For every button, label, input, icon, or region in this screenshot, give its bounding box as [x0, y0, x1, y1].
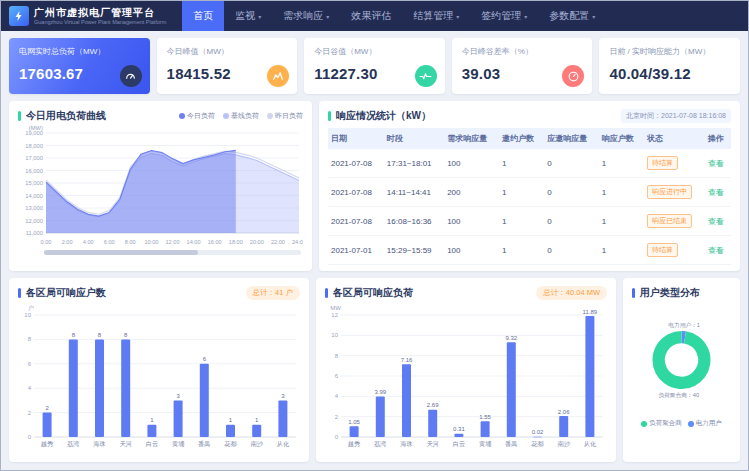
svg-text:13,000: 13,000	[25, 205, 43, 211]
svg-text:白云: 白云	[146, 440, 158, 448]
nav-item-label: 首页	[193, 9, 213, 23]
nav-item-evaluation[interactable]: 效果评估	[340, 1, 402, 31]
svg-text:11,000: 11,000	[26, 230, 43, 236]
user-type-legend: 负荷聚合商电力用户	[632, 419, 731, 428]
legend-item[interactable]: 基线负荷	[223, 111, 259, 121]
column-header: 应邀响应量	[544, 128, 599, 149]
user-type-donut-chart: 电力用户：1负荷聚合商：40	[632, 304, 731, 416]
kpi-label: 日前 / 实时响应能力（MW）	[609, 46, 730, 57]
chevron-down-icon: ▾	[592, 13, 595, 20]
table-cell: 14:11~14:41	[384, 178, 444, 207]
svg-text:0.31: 0.31	[453, 426, 465, 432]
panel-accent	[632, 288, 635, 298]
svg-text:3: 3	[176, 393, 180, 399]
load-curve-chart: 11,00012,00013,00014,00015,00016,00017,0…	[18, 123, 303, 247]
svg-text:8: 8	[335, 353, 339, 359]
svg-text:8: 8	[72, 332, 76, 338]
table-cell: 1	[499, 178, 544, 207]
svg-text:18,000: 18,000	[25, 143, 43, 149]
column-header: 日期	[328, 128, 384, 149]
chevron-down-icon: ▾	[524, 13, 527, 20]
response-stats-panel: 响应情况统计（kW） 北京时间：2021-07-08 18:16:08 日期时段…	[319, 101, 740, 271]
chevron-down-icon: ▾	[326, 13, 329, 20]
svg-text:0.02: 0.02	[532, 429, 544, 435]
svg-text:负荷聚合商：40: 负荷聚合商：40	[659, 392, 700, 398]
app-logo	[9, 6, 29, 26]
chevron-down-icon: ▾	[456, 13, 459, 20]
nav-item-settlement[interactable]: 结算管理▾	[402, 1, 470, 31]
nav-item-params[interactable]: 参数配置▾	[538, 1, 606, 31]
district-load-panel: 各区局可响应负荷 总计：40.04 MW 024681012MW1.05越秀3.…	[316, 278, 616, 462]
legend-item[interactable]: 电力用户	[688, 419, 722, 428]
table-cell: 1	[599, 149, 644, 178]
legend-item[interactable]: 负荷聚合商	[641, 419, 682, 428]
column-header: 操作	[705, 128, 731, 149]
nav-item-label: 参数配置	[549, 9, 589, 23]
svg-text:20:00: 20:00	[250, 239, 264, 245]
view-link[interactable]: 查看	[708, 246, 724, 255]
dashboard-page: 广州市虚拟电厂管理平台 Guangzhou Virtual Power Plan…	[0, 0, 749, 471]
view-link[interactable]: 查看	[708, 159, 724, 168]
table-cell: 15:29~15:59	[384, 236, 444, 265]
nav-item-monitor[interactable]: 监视▾	[224, 1, 272, 31]
kpi-value: 40.04/39.12	[609, 65, 730, 82]
view-link[interactable]: 查看	[708, 217, 724, 226]
legend-dot-icon	[179, 113, 185, 119]
svg-text:6: 6	[203, 356, 207, 362]
svg-text:6: 6	[28, 361, 32, 367]
brand-text: 广州市虚拟电厂管理平台 Guangzhou Virtual Power Plan…	[34, 7, 166, 25]
svg-text:1.55: 1.55	[479, 414, 491, 420]
table-cell: 2021-07-08	[328, 207, 384, 236]
svg-text:2: 2	[335, 414, 339, 420]
svg-text:10: 10	[331, 332, 338, 338]
lightning-icon	[13, 10, 25, 22]
district-load-total-badge: 总计：40.04 MW	[536, 286, 607, 300]
svg-text:1: 1	[229, 417, 233, 423]
svg-text:8: 8	[28, 336, 32, 342]
svg-text:黄埔: 黄埔	[172, 440, 185, 447]
action-cell: 查看	[705, 178, 731, 207]
gauge-icon	[120, 65, 142, 87]
nav-item-label: 需求响应	[283, 9, 323, 23]
svg-text:22:00: 22:00	[271, 239, 285, 245]
table-cell: 2021-07-08	[328, 178, 384, 207]
svg-text:4: 4	[28, 385, 32, 391]
load-curve-panel: 今日用电负荷曲线 今日负荷基线负荷昨日负荷 11,00012,00013,000…	[9, 101, 312, 271]
table-cell: 100	[444, 236, 499, 265]
table-cell: 1	[599, 178, 644, 207]
svg-text:14:00: 14:00	[187, 239, 201, 245]
svg-text:南沙: 南沙	[251, 440, 264, 448]
kpi-card-realtime-total-load: 电网实时总负荷（MW）17603.67	[9, 38, 150, 94]
legend-dot-icon	[267, 113, 273, 119]
kpi-card-peak-valley-rate: 今日峰谷差率（%）39.03	[452, 38, 593, 94]
response-stats-title: 响应情况统计（kW）	[336, 109, 431, 123]
table-cell: 2021-07-01	[328, 236, 384, 265]
svg-text:户: 户	[28, 304, 34, 311]
table-row: 2021-07-0817:31~18:01100101待结算查看	[328, 149, 731, 178]
app-title: 广州市虚拟电厂管理平台	[34, 7, 166, 19]
nav-item-contract[interactable]: 签约管理▾	[470, 1, 538, 31]
status-badge: 待结算	[647, 156, 678, 170]
svg-text:海珠: 海珠	[93, 440, 105, 448]
svg-text:0: 0	[28, 434, 32, 440]
view-link[interactable]: 查看	[708, 188, 724, 197]
chevron-down-icon: ▾	[258, 13, 261, 20]
svg-text:2: 2	[45, 405, 49, 411]
svg-text:7.16: 7.16	[401, 357, 413, 363]
legend-item[interactable]: 今日负荷	[179, 111, 215, 121]
svg-text:6:00: 6:00	[104, 239, 115, 245]
nav-item-home[interactable]: 首页	[182, 1, 224, 31]
district-users-chart: 0246810户2越秀8荔湾8海珠8天河1白云3黄埔6番禺1花都1南沙3从化	[18, 302, 300, 450]
legend-dot-icon	[223, 113, 229, 119]
load-curve-panel-head: 今日用电负荷曲线 今日负荷基线负荷昨日负荷	[18, 109, 303, 123]
svg-text:花都: 花都	[224, 440, 236, 448]
chart-scrollbar-thumb[interactable]	[44, 250, 198, 255]
response-stats-head: 响应情况统计（kW） 北京时间：2021-07-08 18:16:08	[328, 109, 731, 123]
kpi-card-response-capacity: 日前 / 实时响应能力（MW）40.04/39.12	[599, 38, 740, 94]
status-cell: 待结算	[644, 236, 705, 265]
svg-text:8:00: 8:00	[125, 239, 136, 245]
svg-text:17,000: 17,000	[25, 155, 43, 161]
nav-item-demand-response[interactable]: 需求响应▾	[272, 1, 340, 31]
svg-text:8: 8	[98, 332, 102, 338]
legend-item[interactable]: 昨日负荷	[267, 111, 303, 121]
